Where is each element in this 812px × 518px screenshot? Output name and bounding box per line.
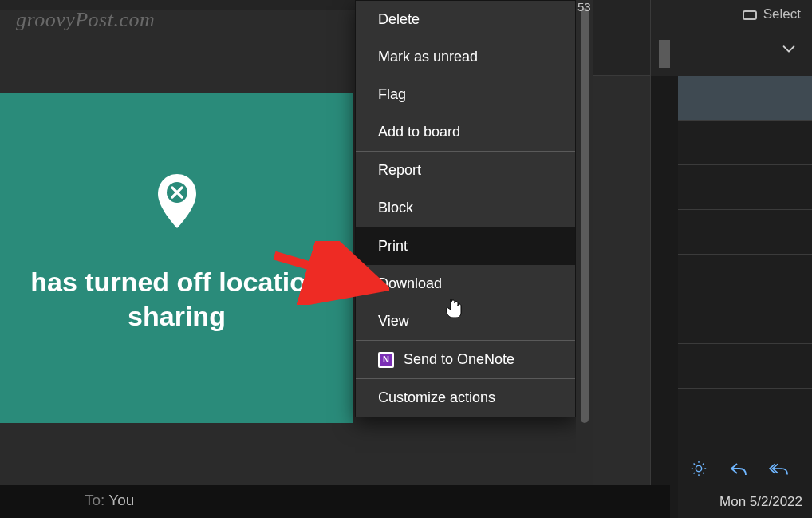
menu-item-add-to-board[interactable]: Add to board <box>356 113 575 151</box>
menu-item-label: Block <box>378 200 413 216</box>
to-label: To: <box>85 492 104 508</box>
menu-item-label: Download <box>378 275 442 292</box>
select-toggle[interactable]: Select <box>743 6 801 22</box>
list-item[interactable] <box>678 121 812 165</box>
select-icon <box>743 10 757 20</box>
menu-item-send-to-onenote[interactable]: N Send to OneNote <box>356 341 575 378</box>
banner-line-1: has turned off location <box>0 265 353 299</box>
list-item[interactable] <box>678 210 812 255</box>
list-item[interactable] <box>678 344 812 389</box>
right-sidebar: Select Mon 5/2/2 <box>678 0 812 518</box>
menu-item-label: Mark as unread <box>378 49 478 65</box>
menu-item-download[interactable]: Download <box>356 265 575 302</box>
spacer-column <box>593 0 651 518</box>
sun-icon[interactable] <box>689 459 708 478</box>
svg-point-1 <box>696 465 701 471</box>
app-stage: groovyPost.com has turned off location s… <box>0 0 812 518</box>
list-item[interactable] <box>678 165 812 210</box>
chevron-down-icon[interactable] <box>780 40 798 61</box>
menu-item-label: Customize actions <box>378 389 495 406</box>
sidebar-rows <box>678 76 812 433</box>
menu-item-print[interactable]: Print <box>356 227 575 265</box>
context-menu-scrollbar[interactable] <box>576 0 593 485</box>
list-item[interactable] <box>678 255 812 299</box>
watermark-text: groovyPost.com <box>16 8 155 32</box>
menu-item-block[interactable]: Block <box>356 189 575 227</box>
select-label: Select <box>763 6 801 22</box>
menu-item-flag[interactable]: Flag <box>356 76 575 113</box>
scrollbar-thumb[interactable] <box>659 40 670 68</box>
menu-item-view[interactable]: View <box>356 302 575 340</box>
reply-icon[interactable] <box>729 459 748 478</box>
banner-line-2: sharing <box>0 299 353 334</box>
spacer-column-header <box>593 0 650 76</box>
message-list-scrollbar[interactable]: ▾ <box>651 0 678 518</box>
reply-all-icon[interactable] <box>769 459 788 478</box>
menu-item-label: Send to OneNote <box>404 351 514 368</box>
context-menu: Delete Mark as unread Flag Add to board … <box>355 0 576 417</box>
to-value: You <box>108 492 134 508</box>
menu-item-label: Flag <box>378 86 406 103</box>
menu-item-label: Add to board <box>378 124 460 140</box>
menu-item-delete[interactable]: Delete <box>356 1 575 38</box>
sidebar-header: Select <box>678 0 812 76</box>
list-item[interactable] <box>678 389 812 433</box>
list-item[interactable] <box>678 76 812 121</box>
menu-item-mark-unread[interactable]: Mark as unread <box>356 38 575 76</box>
footer-date: Mon 5/2/2022 <box>719 494 802 510</box>
location-sharing-banner: has turned off location sharing <box>0 93 353 423</box>
message-to-line: To: You <box>85 492 134 509</box>
menu-item-label: View <box>378 313 409 330</box>
menu-item-label: Report <box>378 162 421 179</box>
scrollbar-thumb[interactable] <box>581 8 589 423</box>
menu-item-label: Delete <box>378 11 420 28</box>
banner-text: has turned off location sharing <box>0 265 353 333</box>
quick-actions <box>678 453 812 484</box>
menu-item-customize-actions[interactable]: Customize actions <box>356 379 575 417</box>
menu-item-label: Print <box>378 238 408 255</box>
list-item[interactable] <box>678 299 812 344</box>
location-pin-x-icon <box>156 172 199 233</box>
menu-item-report[interactable]: Report <box>356 152 575 189</box>
onenote-icon: N <box>378 352 394 368</box>
